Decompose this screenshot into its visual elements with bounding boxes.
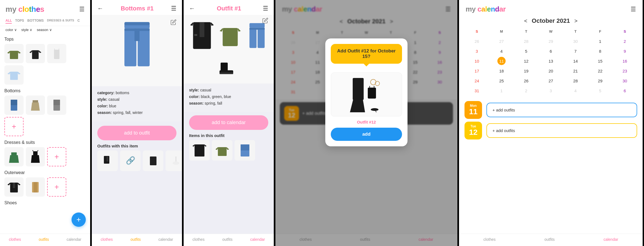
item-light-shirt[interactable]	[4, 65, 24, 85]
season-filter[interactable]: season ∨	[37, 28, 52, 32]
svg-rect-20	[11, 152, 17, 155]
svg-rect-3	[32, 50, 39, 59]
svg-marker-27	[7, 183, 10, 185]
add-to-calendar-btn[interactable]: add to calendar	[189, 115, 268, 130]
color-filter[interactable]: color ∨	[5, 28, 17, 32]
tab-tops[interactable]: TOPS	[15, 18, 24, 24]
outfit-main-image-container	[184, 15, 274, 83]
shoes-title: Shoes	[4, 200, 86, 205]
item-tan-vest[interactable]	[26, 177, 45, 197]
nav5-outfits[interactable]: outfits	[545, 237, 555, 242]
category-tops: Tops	[4, 37, 86, 85]
clean-calendar-content: my calendar ☰ < October 2021 > S M T W T…	[459, 0, 643, 246]
svg-rect-67	[245, 144, 249, 150]
svg-rect-53	[249, 28, 257, 48]
outfit-thumb-1[interactable]	[97, 150, 118, 171]
nav3-calendar[interactable]: calendar	[250, 237, 265, 242]
back-arrow[interactable]: ←	[97, 5, 103, 12]
item-olive-tshirt[interactable]	[4, 44, 24, 63]
panel5-prev-month[interactable]: <	[524, 18, 528, 24]
outfit-item-jacket[interactable]	[189, 140, 210, 161]
outfit-item-tee[interactable]	[212, 140, 232, 161]
panel2-details: category: bottoms style: casual color: b…	[92, 86, 182, 121]
item-cami[interactable]	[47, 44, 66, 63]
hamburger-icon[interactable]: ☰	[79, 6, 85, 13]
fab-add-btn[interactable]: +	[72, 213, 86, 227]
tab-c[interactable]: C	[78, 18, 80, 24]
today-date[interactable]: 11	[497, 57, 506, 65]
item-blue-jeans[interactable]	[4, 96, 24, 115]
svg-rect-35	[124, 22, 150, 26]
nav2-outfits[interactable]: outfits	[130, 237, 141, 242]
item-green-dress[interactable]	[4, 147, 24, 166]
outfit-thumb-4[interactable]	[166, 150, 182, 171]
add-to-outfit-btn[interactable]: add to outfit	[97, 126, 176, 140]
item-grey-pants[interactable]	[47, 96, 66, 115]
svg-marker-16	[31, 102, 40, 111]
outfit-item-jeans[interactable]	[235, 140, 255, 161]
outfit-jacket	[188, 19, 216, 55]
add-outfits-mon11[interactable]: + add outfits	[492, 108, 515, 112]
outfit-thumb-3[interactable]	[143, 150, 163, 171]
tab-bottoms[interactable]: BOTTOMS	[27, 18, 44, 24]
item-black-blouse[interactable]	[26, 44, 45, 63]
panel5-hamburger[interactable]: ☰	[631, 6, 636, 13]
svg-text:🔗: 🔗	[126, 156, 135, 165]
nav3-clothes[interactable]: clothes	[192, 237, 204, 242]
style-filter[interactable]: style ∨	[21, 28, 32, 32]
panel3-details-container: style: casual color: black, green, blue …	[184, 83, 274, 234]
item-black-dress[interactable]	[26, 147, 45, 166]
add-outfits-tue12[interactable]: + add outfits	[492, 128, 515, 133]
outfit-thumb-2[interactable]: 🔗	[120, 150, 141, 171]
panel-clean-calendar: my calendar ☰ < October 2021 > S M T W T…	[459, 0, 643, 246]
svg-marker-50	[220, 28, 223, 32]
nav-outfits[interactable]: outfits	[39, 237, 49, 242]
svg-marker-28	[18, 183, 21, 185]
panel5-next-month[interactable]: >	[574, 18, 578, 24]
panel2-hamburger[interactable]: ☰	[171, 5, 176, 12]
outfit-edit-icon[interactable]	[262, 18, 268, 25]
nav5-calendar[interactable]: calendar	[603, 237, 618, 242]
add-outerwear-btn[interactable]: +	[47, 177, 66, 197]
svg-rect-19	[57, 100, 60, 105]
panel3-hamburger[interactable]: ☰	[263, 5, 268, 12]
tab-all[interactable]: ALL	[5, 18, 12, 24]
panel5-schedule-list: Mon 11 + add outfits Tue 12 + add outfit…	[459, 98, 643, 234]
modal-add-btn[interactable]: add	[331, 128, 402, 141]
panel5-header: my calendar ☰	[459, 0, 643, 16]
nav2-clothes[interactable]: clothes	[101, 237, 113, 242]
panel2-bottom-nav: clothes outfits calendar	[92, 234, 182, 246]
nav-clothes[interactable]: clothes	[9, 237, 21, 242]
card-tue12[interactable]: + add outfits	[486, 123, 637, 138]
badge-mon11: Mon 11	[465, 101, 482, 119]
svg-marker-51	[238, 28, 241, 32]
panel3-back-arrow[interactable]: ←	[189, 5, 195, 12]
nav5-clothes[interactable]: clothes	[483, 237, 495, 242]
svg-rect-22	[33, 151, 38, 155]
category-dresses: Dresses & suits +	[4, 140, 86, 166]
svg-marker-61	[204, 144, 207, 147]
card-mon11[interactable]: + add outfits	[486, 103, 637, 117]
add-dresses-btn[interactable]: +	[47, 147, 66, 166]
nav-calendar[interactable]: calendar	[67, 237, 81, 242]
clothes-content: Tops Bottoms	[0, 34, 90, 234]
edit-icon[interactable]	[170, 19, 176, 26]
bottoms-title: Bottoms	[4, 88, 86, 93]
panel3-title: Outfit #1	[217, 5, 241, 12]
item-khaki-skirt[interactable]	[26, 96, 45, 115]
svg-rect-39	[107, 156, 108, 161]
svg-rect-72	[368, 88, 376, 99]
tab-dresses[interactable]: DRESSES & SUITS	[47, 18, 74, 24]
add-bottoms-btn[interactable]: +	[4, 117, 24, 136]
modal-overlay: Add Outfit #12 for October 15?	[275, 0, 457, 246]
nav2-calendar[interactable]: calendar	[158, 237, 173, 242]
svg-rect-14	[14, 100, 17, 105]
nav3-outfits[interactable]: outfits	[222, 237, 232, 242]
outfit-color-row: color: black, green, blue	[189, 94, 268, 99]
title-clothes-s: s	[40, 5, 44, 13]
svg-rect-37	[134, 29, 139, 41]
item-black-jacket[interactable]	[4, 177, 24, 197]
panel-outfit-detail: ← Outfit #1 ☰	[184, 0, 275, 246]
tops-title: Tops	[4, 37, 86, 42]
svg-marker-2	[18, 51, 21, 54]
